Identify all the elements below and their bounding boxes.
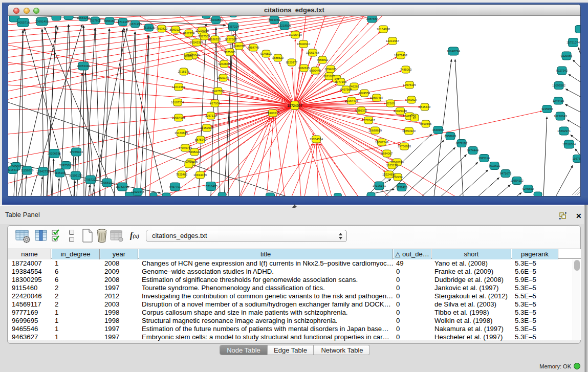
svg-text:20691406: 20691406	[35, 20, 49, 23]
svg-text:14055714: 14055714	[16, 21, 30, 24]
svg-text:19384554: 19384554	[310, 138, 323, 141]
svg-text:1244415: 1244415	[553, 99, 564, 102]
svg-text:7357224: 7357224	[228, 25, 239, 28]
svg-text:18640910: 18640910	[297, 42, 310, 46]
svg-text:1640954: 1640954	[432, 128, 444, 132]
svg-text:10107554: 10107554	[171, 101, 185, 104]
svg-text:15300215: 15300215	[266, 112, 279, 115]
svg-text:3267130: 3267130	[205, 114, 217, 117]
svg-text:17046766: 17046766	[179, 146, 192, 149]
svg-text:2718176: 2718176	[178, 70, 190, 73]
svg-text:16782759: 16782759	[116, 185, 129, 188]
svg-text:19166825: 19166825	[175, 132, 188, 135]
svg-text:12093582: 12093582	[552, 84, 565, 87]
svg-text:9684067: 9684067	[381, 152, 393, 155]
svg-text:7663822: 7663822	[156, 27, 168, 30]
svg-text:20364436: 20364436	[345, 99, 358, 102]
svg-text:5498222: 5498222	[189, 150, 201, 154]
svg-text:18807249: 18807249	[375, 141, 388, 144]
svg-text:15692971: 15692971	[557, 129, 571, 133]
svg-text:64: 64	[413, 116, 417, 119]
svg-text:16648794: 16648794	[447, 50, 461, 53]
svg-text:13218506: 13218506	[278, 24, 291, 27]
svg-text:12213967: 12213967	[386, 39, 399, 42]
svg-text:14136141: 14136141	[373, 184, 386, 187]
svg-text:11325419: 11325419	[289, 33, 301, 36]
svg-text:16033809: 16033809	[209, 18, 223, 21]
svg-text:7625402: 7625402	[176, 173, 188, 176]
svg-text:8454749: 8454749	[248, 46, 259, 49]
svg-text:116753: 116753	[573, 157, 580, 160]
svg-text:8912954: 8912954	[183, 32, 195, 35]
svg-text:17016504: 17016504	[562, 143, 576, 146]
svg-text:6879197: 6879197	[456, 142, 468, 145]
svg-text:8958923: 8958923	[445, 135, 456, 138]
svg-text:1865061: 1865061	[10, 165, 22, 168]
svg-text:13226058: 13226058	[195, 29, 209, 32]
svg-text:1362615: 1362615	[298, 67, 310, 70]
svg-text:10654112: 10654112	[510, 179, 523, 182]
svg-text:14099489: 14099489	[184, 161, 198, 164]
svg-text:9245652: 9245652	[522, 187, 534, 190]
svg-text:12942737: 12942737	[36, 170, 50, 173]
svg-text:10973493: 10973493	[394, 54, 407, 57]
svg-text:20206536: 20206536	[48, 152, 61, 155]
svg-text:12923448: 12923448	[131, 190, 144, 193]
svg-text:10958107: 10958107	[100, 181, 114, 184]
svg-text:9329966: 9329966	[561, 54, 573, 57]
svg-text:6966160: 6966160	[104, 19, 116, 23]
svg-text:1621072: 1621072	[323, 75, 335, 78]
svg-text:19654923: 19654923	[402, 129, 416, 133]
svg-text:10688609: 10688609	[368, 129, 382, 132]
svg-text:16210643: 16210643	[554, 115, 567, 118]
svg-text:20975867: 20975867	[59, 164, 73, 167]
svg-text:16154808: 16154808	[377, 28, 390, 31]
svg-text:8471676: 8471676	[500, 172, 512, 175]
svg-text:6990448: 6990448	[310, 69, 321, 72]
svg-text:9515440: 9515440	[419, 105, 431, 108]
svg-text:98901: 98901	[184, 55, 192, 58]
svg-text:3215953: 3215953	[541, 107, 553, 111]
svg-text:17359924: 17359924	[70, 150, 83, 154]
svg-text:417006: 417006	[210, 102, 220, 105]
svg-text:19654985: 19654985	[172, 116, 185, 119]
svg-text:9327508: 9327508	[225, 38, 237, 41]
svg-text:9463627: 9463627	[406, 98, 418, 101]
svg-text:9146821: 9146821	[260, 52, 272, 55]
svg-text:2436768: 2436768	[233, 45, 245, 48]
svg-text:8960124: 8960124	[170, 28, 182, 31]
svg-text:9457791: 9457791	[169, 185, 181, 188]
svg-text:17957223: 17957223	[84, 178, 97, 181]
svg-text:9227342: 9227342	[556, 69, 568, 72]
svg-text:8878342: 8878342	[195, 138, 207, 141]
svg-text:20053346: 20053346	[77, 64, 90, 68]
svg-text:10807487: 10807487	[370, 96, 383, 99]
svg-text:8186323: 8186323	[209, 38, 221, 41]
svg-text:11353594: 11353594	[200, 126, 213, 129]
svg-text:8813054: 8813054	[269, 18, 280, 21]
svg-text:8220377: 8220377	[286, 61, 298, 64]
svg-text:1588520: 1588520	[272, 56, 284, 59]
svg-text:1733426: 1733426	[396, 186, 408, 189]
svg-text:16543382: 16543382	[190, 41, 203, 44]
svg-text:12975115: 12975115	[403, 83, 416, 86]
svg-text:1615132: 1615132	[386, 164, 398, 167]
svg-text:3915412: 3915412	[8, 168, 18, 171]
svg-text:6794028: 6794028	[325, 68, 337, 71]
svg-text:7955812: 7955812	[317, 58, 329, 61]
svg-text:9777169: 9777169	[335, 80, 347, 83]
svg-text:10025488: 10025488	[394, 110, 407, 113]
svg-text:11156829: 11156829	[21, 169, 34, 172]
svg-text:19756928: 19756928	[398, 145, 411, 148]
svg-text:7515526: 7515526	[143, 26, 155, 29]
svg-text:3624554: 3624554	[359, 92, 371, 95]
svg-text:10961758: 10961758	[306, 51, 319, 54]
svg-text:7485003: 7485003	[400, 68, 412, 71]
svg-text:62160: 62160	[386, 102, 395, 105]
svg-text:15720407: 15720407	[362, 119, 375, 122]
svg-text:10653267: 10653267	[77, 16, 90, 19]
svg-text:7632621: 7632621	[489, 164, 500, 167]
svg-text:16671355: 16671355	[128, 23, 142, 26]
svg-text:2935114: 2935114	[478, 157, 490, 160]
svg-text:9327503: 9327503	[199, 35, 210, 38]
